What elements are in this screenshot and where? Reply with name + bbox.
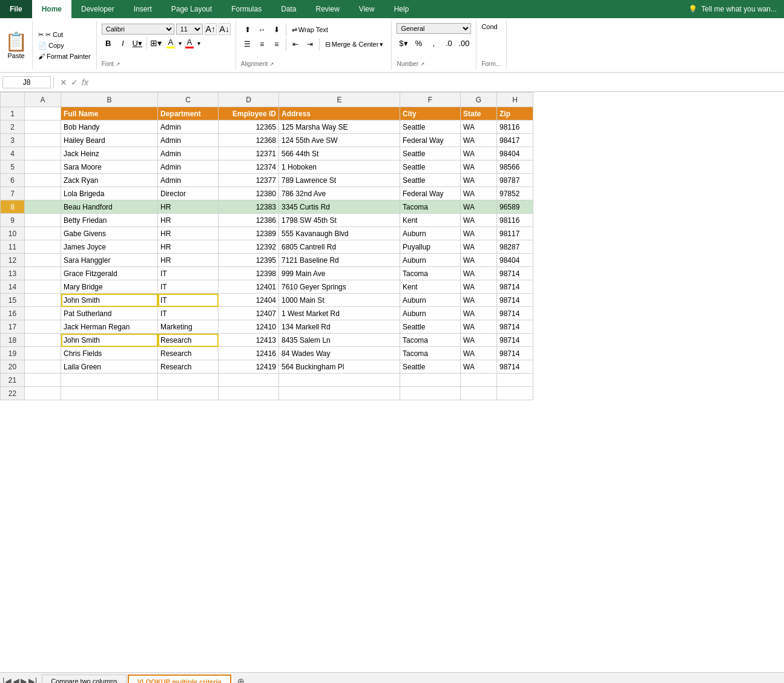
cell-f8[interactable]: Tacoma [400,200,461,214]
fill-color-button[interactable]: A [164,36,177,50]
row-header-9[interactable]: 9 [1,214,25,227]
cell-d5[interactable]: 12374 [219,160,279,174]
cell-reference-input[interactable] [2,76,51,88]
cell-c2[interactable]: Admin [158,120,219,134]
paste-button[interactable]: 📋 Paste [0,21,33,70]
cell-d4[interactable]: 12371 [219,147,279,160]
cell-f7[interactable]: Federal Way [400,187,461,200]
cell-c12[interactable]: HR [158,254,219,267]
cell-g17[interactable]: WA [461,320,497,334]
fill-color-dropdown[interactable]: ▾ [179,40,182,47]
cell-c8[interactable]: HR [158,200,219,214]
cell-d19[interactable]: 12416 [219,347,279,360]
cell-e10[interactable]: 555 Kavanaugh Blvd [279,227,400,240]
tab-review[interactable]: Review [306,0,349,18]
cell-e13[interactable]: 999 Main Ave [279,267,400,280]
nav-next-icon[interactable]: ▶ [21,676,27,684]
cell-d12[interactable]: 12395 [219,254,279,267]
cell-a18[interactable] [25,334,61,347]
tab-view[interactable]: View [349,0,384,18]
cell-b19[interactable]: Chris Fields [61,347,158,360]
cell-h12[interactable]: 98404 [497,254,533,267]
cell-h11[interactable]: 98287 [497,240,533,254]
cell-g15[interactable]: WA [461,294,497,307]
row-header-14[interactable]: 14 [1,280,25,294]
cell-f9[interactable]: Kent [400,214,461,227]
row-header-12[interactable]: 12 [1,254,25,267]
cell-e17[interactable]: 134 Markell Rd [279,320,400,334]
cell-e15[interactable]: 1000 Main St [279,294,400,307]
row-header-6[interactable]: 6 [1,174,25,187]
cell-h13[interactable]: 98714 [497,267,533,280]
font-face-select[interactable]: Calibri [102,24,174,35]
cell-e14[interactable]: 7610 Geyer Springs [279,280,400,294]
cell-g11[interactable]: WA [461,240,497,254]
comma-button[interactable]: , [427,36,440,50]
cell-a13[interactable] [25,267,61,280]
cell-b8[interactable]: Beau Handford [61,200,158,214]
cell-a4[interactable] [25,147,61,160]
cell-b7[interactable]: Lola Brigeda [61,187,158,200]
cell-a9[interactable] [25,214,61,227]
col-header-e[interactable]: E [279,93,400,107]
row-header-10[interactable]: 10 [1,227,25,240]
cut-button[interactable]: ✂ ✂ Cut [36,30,93,39]
col-header-a[interactable]: A [25,93,61,107]
nav-first-icon[interactable]: |◀ [2,676,12,684]
add-sheet-button[interactable]: ⊕ [232,674,249,684]
confirm-formula-icon[interactable]: ✓ [71,78,78,87]
cell-h6[interactable]: 98787 [497,174,533,187]
cell-e2[interactable]: 125 Marsha Way SE [279,120,400,134]
cell-g1[interactable]: State [461,107,497,120]
border-button[interactable]: ⊞▾ [150,36,163,50]
col-header-b[interactable]: B [61,93,158,107]
cell-e19[interactable]: 84 Wades Way [279,347,400,360]
cell-d11[interactable]: 12392 [219,240,279,254]
cell-d20[interactable]: 12419 [219,360,279,374]
number-format-select[interactable]: General [397,23,471,34]
cell-f19[interactable]: Tacoma [400,347,461,360]
nav-prev-icon[interactable]: ◀ [13,676,19,684]
cell-d17[interactable]: 12410 [219,320,279,334]
cell-c6[interactable]: Admin [158,174,219,187]
cell-g4[interactable]: WA [461,147,497,160]
cell-c9[interactable]: HR [158,214,219,227]
cell-a1[interactable] [25,107,61,120]
cell-f17[interactable]: Seattle [400,320,461,334]
cell-g18[interactable]: WA [461,334,497,347]
cell-f1[interactable]: City [400,107,461,120]
cell-d18[interactable]: 12413 [219,334,279,347]
col-header-g[interactable]: G [461,93,497,107]
cell-e3[interactable]: 124 55th Ave SW [279,134,400,147]
cell-a16[interactable] [25,307,61,320]
row-header-21[interactable]: 21 [1,374,25,387]
cell-b6[interactable]: Zack Ryan [61,174,158,187]
cell-b12[interactable]: Sara Hanggler [61,254,158,267]
cell-h4[interactable]: 98404 [497,147,533,160]
cell-a12[interactable] [25,254,61,267]
cell-d1[interactable]: Employee ID [219,107,279,120]
increase-font-size-button[interactable]: A↑ [205,23,217,35]
cell-g10[interactable]: WA [461,227,497,240]
cell-e6[interactable]: 789 Lawrence St [279,174,400,187]
cell-h8[interactable]: 96589 [497,200,533,214]
col-header-c[interactable]: C [158,93,219,107]
cell-h9[interactable]: 98116 [497,214,533,227]
cell-f11[interactable]: Puyallup [400,240,461,254]
cell-c3[interactable]: Admin [158,134,219,147]
cell-a5[interactable] [25,160,61,174]
cell-e18[interactable]: 8435 Salem Ln [279,334,400,347]
cancel-formula-icon[interactable]: ✕ [60,78,67,87]
merge-center-button[interactable]: ⊟ Merge & Center ▾ [322,39,387,50]
cell-c7[interactable]: Director [158,187,219,200]
cell-c16[interactable]: IT [158,307,219,320]
cell-g20[interactable]: WA [461,360,497,374]
cell-c17[interactable]: Marketing [158,320,219,334]
cell-e12[interactable]: 7121 Baseline Rd [279,254,400,267]
row-header-19[interactable]: 19 [1,347,25,360]
cell-b17[interactable]: Jack Herman Regan [61,320,158,334]
align-right-button[interactable]: ≡ [270,38,283,51]
cell-d9[interactable]: 12386 [219,214,279,227]
italic-button[interactable]: I [116,36,130,50]
cell-b13[interactable]: Grace Fitzgerald [61,267,158,280]
